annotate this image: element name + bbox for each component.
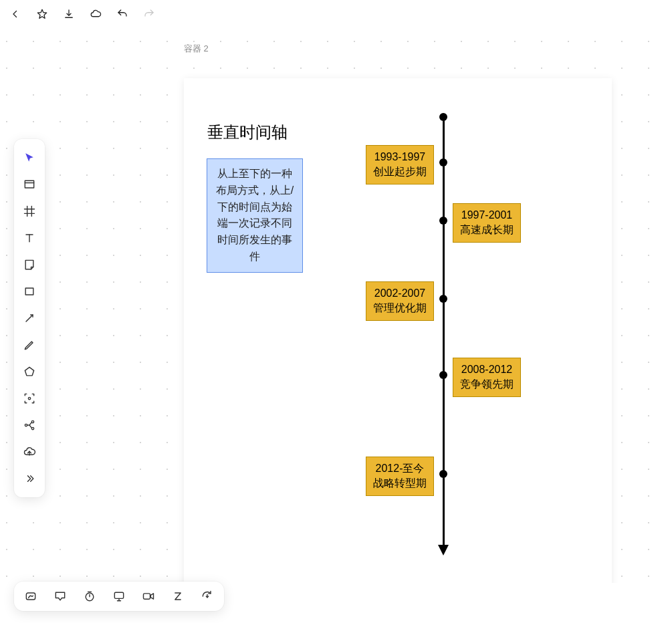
description-box[interactable]: 从上至下的一种布局方式，从上/下的时间点为始端一次记录不同时间所发生的事件 [207, 158, 303, 273]
timeline-dot [439, 470, 447, 478]
svg-rect-1 [25, 180, 33, 188]
download-button[interactable] [60, 5, 78, 23]
pencil-tool[interactable] [19, 334, 40, 356]
back-button[interactable] [7, 5, 24, 23]
timeline-start-dot [439, 113, 447, 121]
timer-button[interactable] [81, 588, 98, 605]
more-tool[interactable] [19, 468, 40, 489]
comment-button[interactable] [51, 588, 69, 605]
note-tool[interactable] [19, 254, 40, 275]
timeline-event[interactable]: 1997-2001高速成长期 [453, 203, 521, 243]
container-label: 容器 2 [184, 43, 209, 55]
style-button[interactable] [22, 588, 39, 605]
svg-line-10 [26, 315, 33, 322]
svg-rect-9 [25, 288, 33, 295]
mindmap-tool[interactable] [19, 414, 40, 436]
timeline-axis [443, 115, 445, 546]
crop-tool[interactable] [19, 201, 40, 222]
svg-marker-11 [25, 367, 33, 376]
cloud-button[interactable] [87, 5, 104, 23]
scan-tool[interactable] [19, 388, 40, 409]
pointer-tool[interactable] [19, 147, 40, 168]
svg-rect-16 [26, 593, 35, 600]
redo-button[interactable] [140, 5, 158, 23]
bottom-toolbar [14, 582, 224, 611]
timeline-dot [439, 158, 447, 166]
doc-title: 垂直时间轴 [207, 122, 288, 143]
timeline-dot [439, 295, 447, 303]
timeline-arrow-icon [438, 545, 449, 555]
line-tool[interactable] [19, 307, 40, 329]
timeline-event[interactable]: 1993-1997创业起步期 [366, 145, 434, 184]
timeline-dot [439, 217, 447, 225]
svg-marker-0 [37, 9, 47, 18]
top-toolbar [0, 0, 672, 28]
timeline-event[interactable]: 2012-至今战略转型期 [366, 457, 434, 496]
timeline-event[interactable]: 2002-2007管理优化期 [366, 281, 434, 321]
svg-point-12 [28, 397, 30, 399]
svg-rect-20 [114, 592, 123, 598]
rectangle-tool[interactable] [19, 281, 40, 302]
record-button[interactable] [140, 588, 157, 605]
present-button[interactable] [110, 588, 128, 605]
z-button[interactable] [169, 588, 187, 605]
refresh-button[interactable] [199, 588, 216, 605]
frame-tool[interactable] [19, 174, 40, 195]
canvas-stage[interactable]: 容器 2 垂直时间轴从上至下的一种布局方式，从上/下的时间点为始端一次记录不同时… [0, 28, 672, 583]
document-container[interactable]: 垂直时间轴从上至下的一种布局方式，从上/下的时间点为始端一次记录不同时间所发生的… [184, 78, 612, 583]
polygon-tool[interactable] [19, 361, 40, 382]
cloud-upload-tool[interactable] [19, 441, 40, 463]
left-tool-palette [14, 139, 45, 497]
undo-button[interactable] [114, 5, 131, 23]
text-tool[interactable] [19, 227, 40, 249]
timeline-event[interactable]: 2008-2012竞争领先期 [453, 358, 521, 397]
svg-rect-21 [144, 594, 150, 599]
svg-marker-22 [150, 594, 153, 599]
star-button[interactable] [33, 5, 51, 23]
timeline-dot [439, 371, 447, 379]
